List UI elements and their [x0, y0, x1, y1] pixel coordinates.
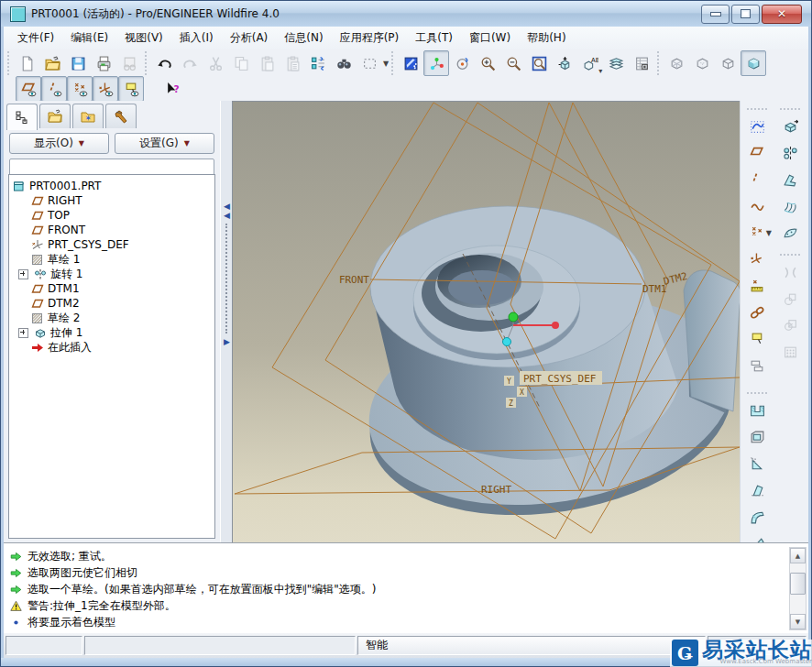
front-plane-label[interactable]: FRONT: [339, 274, 369, 286]
tree-item-dtm1[interactable]: DTM1: [13, 281, 214, 296]
tree-item-part[interactable]: PRT0001.PRT: [13, 179, 214, 193]
spin-center-button[interactable]: [423, 50, 449, 76]
draft-tool-button[interactable]: [743, 477, 771, 504]
scroll-up-icon[interactable]: ▲: [790, 548, 806, 563]
tree-item-sketch1[interactable]: 草绘 1: [13, 252, 214, 267]
shaded-button[interactable]: [741, 50, 766, 76]
3d-viewport[interactable]: FRONT DTM1 DTM2 RIGHT PRT_CSYS_DEF Y X Z: [232, 101, 741, 543]
menu-edit[interactable]: 编辑(E): [62, 27, 116, 49]
tree-item-dtm2[interactable]: DTM2: [13, 296, 214, 311]
merge-button[interactable]: [776, 259, 804, 286]
connections-tab[interactable]: [105, 104, 137, 128]
tree-item-right[interactable]: RIGHT: [13, 193, 214, 208]
scroll-down-icon[interactable]: ▼: [790, 614, 806, 629]
send-mail-button[interactable]: [116, 50, 142, 76]
extrude-tool-button[interactable]: [776, 114, 804, 140]
collapse-left-icon[interactable]: ◀: [224, 211, 230, 220]
hole-tool-button[interactable]: [743, 398, 771, 424]
round-tool-button[interactable]: [743, 504, 771, 530]
expand-right-icon[interactable]: ▶: [224, 337, 230, 346]
datum-axis-display-button[interactable]: [41, 76, 67, 102]
menu-tools[interactable]: 工具(T): [407, 27, 461, 49]
hidden-line-button[interactable]: [689, 50, 715, 76]
tree-item-insert-here[interactable]: 在此插入: [13, 340, 214, 355]
paste-button[interactable]: [254, 50, 280, 76]
udf-button[interactable]: [743, 300, 771, 326]
note-button[interactable]: [743, 326, 771, 353]
repaint-button[interactable]: [398, 50, 423, 76]
sweep-tool-button[interactable]: [776, 167, 804, 193]
datum-curve-button[interactable]: [743, 193, 771, 220]
title-bar[interactable]: PRT0001 (活动的) - Pro/ENGINEER Wildfire 4.…: [1, 1, 811, 27]
tree-item-top[interactable]: TOP: [13, 208, 214, 223]
reorient-view-button[interactable]: [552, 50, 577, 76]
point-display-button[interactable]: [67, 76, 93, 102]
regenerate-button[interactable]: [305, 50, 331, 76]
offset-button[interactable]: [776, 312, 804, 339]
view-manager-button[interactable]: [629, 50, 654, 76]
layers-button[interactable]: [603, 50, 629, 76]
zoom-out-button[interactable]: [500, 50, 526, 76]
copy-button[interactable]: [228, 50, 254, 76]
menu-analysis[interactable]: 分析(A): [222, 27, 277, 49]
side-tab[interactable]: [684, 270, 741, 411]
sketch-tool-button[interactable]: [743, 114, 771, 140]
menu-info[interactable]: 信息(N): [276, 27, 331, 49]
message-scrollbar[interactable]: ▲ ▼: [789, 547, 807, 630]
annotation-button[interactable]: [743, 353, 771, 379]
restore-button[interactable]: [731, 5, 760, 24]
context-help-button[interactable]: [159, 76, 185, 102]
undo-button[interactable]: [151, 50, 177, 76]
boundary-blend-button[interactable]: [776, 193, 804, 220]
print-button[interactable]: [91, 50, 116, 76]
tree-settings-button[interactable]: 设置(G)▼: [115, 133, 214, 154]
paste-special-button[interactable]: [280, 50, 305, 76]
pattern-button[interactable]: [776, 339, 804, 366]
menu-file[interactable]: 文件(F): [9, 27, 62, 49]
shell-tool-button[interactable]: [743, 424, 771, 451]
tree-item-revolve1[interactable]: 旋转 1: [13, 267, 214, 281]
new-file-button[interactable]: [14, 50, 39, 76]
right-plane-label[interactable]: RIGHT: [481, 484, 511, 496]
rib-tool-button[interactable]: [743, 451, 771, 477]
csys-label[interactable]: PRT_CSYS_DEF: [523, 373, 596, 385]
select-box-button[interactable]: [357, 50, 382, 76]
tree-item-sketch2[interactable]: 草绘 2: [13, 311, 214, 325]
revolve-tool-button[interactable]: [776, 140, 804, 167]
find-button[interactable]: [331, 50, 357, 76]
menu-view[interactable]: 视图(V): [116, 27, 171, 49]
style-tool-button[interactable]: [776, 220, 804, 246]
folder-browser-tab[interactable]: [39, 104, 71, 128]
save-button[interactable]: [65, 50, 91, 76]
datum-plane-button[interactable]: [743, 140, 771, 167]
datum-point-dropdown[interactable]: ▼: [766, 229, 772, 237]
expand-icon[interactable]: [18, 269, 28, 279]
wireframe-button[interactable]: [664, 50, 689, 76]
model-scene[interactable]: FRONT DTM1 DTM2 RIGHT PRT_CSYS_DEF Y X Z: [233, 102, 741, 543]
expand-icon[interactable]: [18, 328, 28, 338]
tree-item-csys[interactable]: PRT_CSYS_DEF: [13, 237, 214, 252]
tree-item-front[interactable]: FRONT: [13, 223, 214, 237]
csys-display-button[interactable]: [93, 76, 118, 102]
datum-csys-button[interactable]: [743, 246, 771, 273]
datum-point-button[interactable]: ▼: [743, 220, 771, 246]
annotation-display-button[interactable]: [118, 76, 144, 102]
datum-axis-button[interactable]: [743, 167, 771, 193]
tree-show-button[interactable]: 显示(O)▼: [9, 133, 109, 154]
model-tree-tab[interactable]: [6, 104, 38, 130]
collapse-left-icon[interactable]: ◀: [224, 202, 230, 211]
selection-filter-combo[interactable]: 智能: [357, 636, 706, 655]
saved-views-dropdown[interactable]: ▾: [598, 67, 602, 75]
minimize-button[interactable]: [701, 5, 730, 24]
zoom-in-button[interactable]: [475, 50, 500, 76]
redo-button[interactable]: [177, 50, 203, 76]
tree-item-extrude1[interactable]: 拉伸 1: [13, 325, 214, 340]
cut-button[interactable]: [203, 50, 228, 76]
no-hidden-button[interactable]: [715, 50, 741, 76]
menu-applications[interactable]: 应用程序(P): [332, 27, 408, 49]
dtm1-plane-label[interactable]: DTM1: [642, 283, 667, 295]
splitter-grip[interactable]: [225, 224, 229, 334]
open-file-button[interactable]: [39, 50, 65, 76]
zoom-fit-button[interactable]: [526, 50, 552, 76]
saved-views-button[interactable]: ▾: [577, 50, 603, 76]
